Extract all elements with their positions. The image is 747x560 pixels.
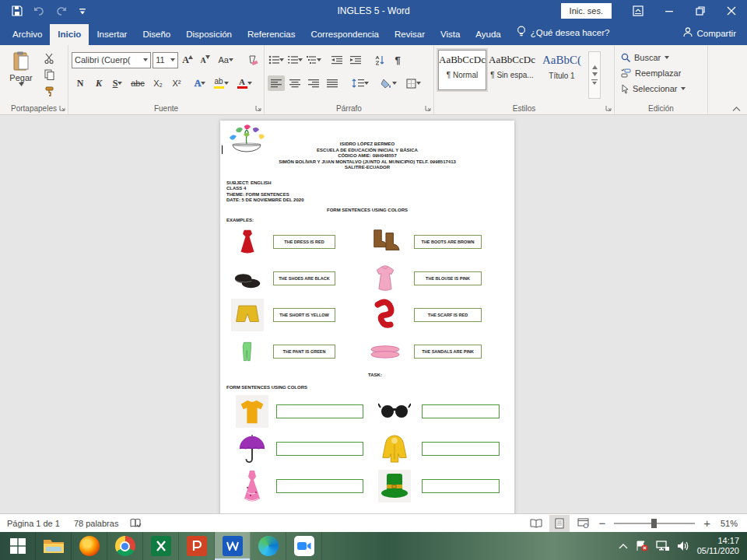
line-spacing-icon[interactable] <box>349 75 372 91</box>
text-effects-button[interactable]: A <box>191 75 209 91</box>
restore-icon[interactable] <box>685 0 716 22</box>
edge-button[interactable] <box>251 532 286 560</box>
scarf-image[interactable] <box>369 299 402 331</box>
save-icon[interactable] <box>8 2 26 19</box>
powerpoint-button[interactable] <box>179 532 215 560</box>
document-page[interactable]: ISIDRO LÓPEZ BERMEO ESCUELA DE EDUCACIÓN… <box>220 121 514 513</box>
undo-icon[interactable] <box>30 2 48 19</box>
answer-box[interactable] <box>422 442 500 456</box>
minimize-icon[interactable] <box>654 0 685 22</box>
bullets-icon[interactable] <box>268 52 285 68</box>
style-normal[interactable]: AaBbCcDc ¶ Normal <box>438 50 486 90</box>
network-icon[interactable] <box>656 541 669 551</box>
tell-me-box[interactable]: ¿Qué desea hacer? <box>509 20 618 45</box>
zoom-slider-thumb[interactable] <box>651 519 657 528</box>
decrease-indent-icon[interactable] <box>328 52 345 68</box>
security-flag-icon[interactable] <box>636 541 648 551</box>
font-color-button[interactable]: A <box>233 75 255 91</box>
align-right-icon[interactable] <box>305 75 322 91</box>
grow-font-button[interactable]: A <box>180 52 196 68</box>
dress-image[interactable] <box>231 226 264 258</box>
shoes-image[interactable] <box>231 262 264 295</box>
party-dress-image[interactable] <box>236 470 268 502</box>
tshirt-image[interactable] <box>236 395 268 428</box>
find-button[interactable]: Buscar <box>618 50 704 65</box>
answer-box[interactable] <box>276 442 363 456</box>
align-left-icon[interactable] <box>268 75 285 91</box>
change-case-button[interactable]: Aa <box>215 52 237 68</box>
align-center-icon[interactable] <box>286 75 303 91</box>
style-heading1[interactable]: AaBbC( Título 1 <box>538 50 586 90</box>
font-size-combo[interactable]: 11 <box>153 52 177 68</box>
copy-icon[interactable] <box>40 68 58 82</box>
firefox-button[interactable] <box>72 532 107 560</box>
styles-more-icon[interactable] <box>591 79 598 85</box>
answer-box[interactable] <box>422 479 500 493</box>
sentence-box[interactable]: THE SCARF IS RED <box>414 308 482 322</box>
file-explorer-button[interactable] <box>36 532 72 560</box>
format-painter-icon[interactable] <box>40 85 58 99</box>
raincoat-image[interactable] <box>378 432 411 465</box>
speaker-icon[interactable] <box>677 541 689 551</box>
shrink-font-button[interactable]: A <box>197 52 213 68</box>
word-button[interactable] <box>215 532 251 560</box>
tab-inicio[interactable]: Inicio <box>50 24 89 45</box>
tab-vista[interactable]: Vista <box>433 24 468 45</box>
shading-icon[interactable] <box>377 75 400 91</box>
sort-icon[interactable] <box>370 52 388 68</box>
blouse-image[interactable] <box>369 262 402 295</box>
justify-icon[interactable] <box>324 75 341 91</box>
scroll-up-icon[interactable] <box>592 65 598 69</box>
sentence-box[interactable]: THE BLOUSE IS PINK <box>414 271 482 285</box>
sentence-box[interactable]: THE PANT IS GREEN <box>273 345 335 359</box>
clear-formatting-icon[interactable] <box>244 52 261 68</box>
zoom-app-button[interactable] <box>286 532 322 560</box>
answer-box[interactable] <box>422 404 500 418</box>
proofing-icon[interactable] <box>125 515 146 532</box>
strikethrough-button[interactable]: abc <box>128 75 148 91</box>
superscript-button[interactable]: X² <box>168 75 185 91</box>
tray-chevron-up-icon[interactable] <box>619 544 628 549</box>
taskbar-clock[interactable]: 14:17 05/11/2020 <box>697 536 739 556</box>
print-layout-icon[interactable] <box>549 515 570 532</box>
scroll-down-icon[interactable] <box>592 72 598 76</box>
sign-in-button[interactable]: Inic. ses. <box>561 3 612 19</box>
umbrella-image[interactable] <box>236 432 268 465</box>
zoom-out-button[interactable]: − <box>596 519 608 528</box>
sentence-box[interactable]: THE DRESS IS RED <box>273 235 335 249</box>
top-hat-image[interactable] <box>378 470 411 502</box>
read-mode-icon[interactable] <box>526 515 546 532</box>
excel-button[interactable] <box>143 532 179 560</box>
sentence-box[interactable]: THE SHOES ARE BLACK <box>273 271 335 285</box>
subscript-button[interactable]: X₂ <box>149 75 167 91</box>
start-button[interactable] <box>0 532 36 560</box>
close-icon[interactable] <box>716 0 747 22</box>
zoom-slider[interactable] <box>614 523 695 524</box>
numbering-icon[interactable] <box>286 52 303 68</box>
tab-ayuda[interactable]: Ayuda <box>468 24 508 45</box>
font-name-combo[interactable]: Calibri (Cuerp( <box>72 52 151 68</box>
web-layout-icon[interactable] <box>573 515 593 532</box>
increase-indent-icon[interactable] <box>347 52 364 68</box>
chrome-button[interactable] <box>107 532 143 560</box>
paragraph-dialog-launcher-icon[interactable] <box>425 103 431 113</box>
tab-diseno[interactable]: Diseño <box>135 24 178 45</box>
multilevel-list-icon[interactable] <box>305 52 322 68</box>
select-button[interactable]: Seleccionar <box>618 81 704 96</box>
replace-button[interactable]: Reemplazar <box>618 65 704 81</box>
sentence-box[interactable]: THE SHORT IS YELLOW <box>273 308 335 322</box>
tab-insertar[interactable]: Insertar <box>89 24 135 45</box>
sunglasses-image[interactable] <box>378 395 411 428</box>
styles-gallery-scroll[interactable] <box>588 51 601 99</box>
tab-referencias[interactable]: Referencias <box>240 24 303 45</box>
collapse-ribbon-icon[interactable] <box>732 103 741 113</box>
zoom-in-button[interactable]: + <box>701 519 713 528</box>
italic-button[interactable]: K <box>90 75 107 91</box>
redo-icon[interactable] <box>51 2 70 19</box>
zoom-level[interactable]: 51% <box>716 519 739 528</box>
font-dialog-launcher-icon[interactable] <box>255 103 261 113</box>
tab-correspondencia[interactable]: Correspondencia <box>303 24 387 45</box>
borders-icon[interactable] <box>402 75 425 91</box>
customize-qat-icon[interactable] <box>73 2 92 19</box>
clipboard-dialog-launcher-icon[interactable] <box>59 103 65 113</box>
